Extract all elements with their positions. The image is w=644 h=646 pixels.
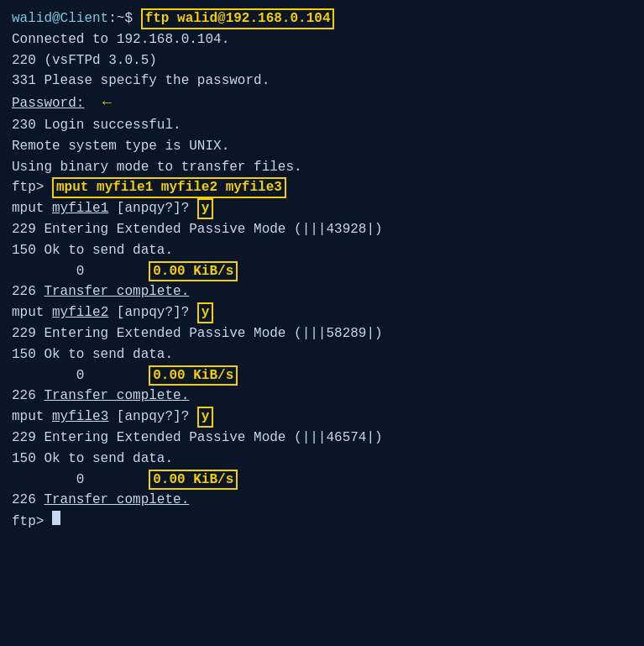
mput3-prompt-text: [anpqy?]? bbox=[108, 407, 197, 428]
mput3-confirm-line: mput myfile3 [anpqy?]? y bbox=[12, 407, 632, 428]
transfer-complete-2-line: 226 Transfer complete. bbox=[12, 386, 632, 407]
password-space bbox=[89, 93, 97, 114]
final-prompt-line: ftp> bbox=[12, 511, 632, 533]
ftp-command-box: ftp walid@192.168.0.104 bbox=[141, 8, 335, 29]
connected-line: Connected to 192.168.0.104. bbox=[12, 29, 632, 50]
mput2-prompt-text: [anpqy?]? bbox=[108, 302, 197, 323]
ok-send-1-text: 150 Ok to send data. bbox=[12, 240, 173, 261]
transfer-complete-2-text: Transfer complete. bbox=[44, 386, 189, 407]
transfer-stats-3-indent: 0 bbox=[12, 470, 149, 491]
mput3-answer-box: y bbox=[197, 407, 214, 428]
ok-send-3-text: 150 Ok to send data. bbox=[12, 449, 173, 470]
mput2-answer-box: y bbox=[197, 302, 214, 323]
mput2-confirm-line: mput myfile2 [anpqy?]? y bbox=[12, 302, 632, 323]
login-success-text: 230 Login successful. bbox=[12, 115, 181, 136]
final-ftp-prompt: ftp> bbox=[12, 512, 52, 533]
transfer-complete-1-226: 226 bbox=[12, 281, 44, 302]
transfer-complete-2-226: 226 bbox=[12, 386, 44, 407]
mput1-filename: myfile1 bbox=[52, 198, 108, 219]
transfer-speed-2-box: 0.00 KiB/s bbox=[149, 365, 238, 386]
remote-type-line: Remote system type is UNIX. bbox=[12, 136, 632, 157]
ok-send-3-line: 150 Ok to send data. bbox=[12, 449, 632, 470]
mput2-text: mput bbox=[12, 302, 52, 323]
ok-send-2-line: 150 Ok to send data. bbox=[12, 344, 632, 365]
password-label: Password: bbox=[12, 93, 84, 114]
transfer-stats-3-line: 0 0.00 KiB/s bbox=[12, 470, 632, 491]
specify-password-text: 331 Please specify the password. bbox=[12, 71, 270, 92]
mput3-filename: myfile3 bbox=[52, 407, 108, 428]
ok-send-1-line: 150 Ok to send data. bbox=[12, 240, 632, 261]
transfer-complete-1-line: 226 Transfer complete. bbox=[12, 281, 632, 302]
mput3-text: mput bbox=[12, 407, 52, 428]
mput2-filename: myfile2 bbox=[52, 302, 108, 323]
cursor bbox=[52, 511, 60, 525]
prompt-user: walid@Client bbox=[12, 8, 108, 29]
passive-mode-3-line: 229 Entering Extended Passive Mode (|||4… bbox=[12, 428, 632, 449]
prompt-dollar: $ bbox=[124, 8, 140, 29]
passive-mode-1-text: 229 Entering Extended Passive Mode (|||4… bbox=[12, 219, 383, 240]
passive-mode-2-text: 229 Entering Extended Passive Mode (|||5… bbox=[12, 323, 383, 344]
password-line: Password: ← bbox=[12, 92, 632, 115]
passive-mode-2-line: 229 Entering Extended Passive Mode (|||5… bbox=[12, 323, 632, 344]
transfer-stats-2-indent: 0 bbox=[12, 365, 149, 386]
vsftpd-line: 220 (vsFTPd 3.0.5) bbox=[12, 50, 632, 71]
transfer-complete-3-line: 226 Transfer complete. bbox=[12, 490, 632, 511]
transfer-stats-1-line: 0 0.00 KiB/s bbox=[12, 261, 632, 282]
transfer-speed-3-box: 0.00 KiB/s bbox=[149, 470, 238, 491]
binary-mode-line: Using binary mode to transfer files. bbox=[12, 157, 632, 178]
transfer-complete-3-226: 226 bbox=[12, 490, 44, 511]
ftp-prompt-1: ftp> bbox=[12, 177, 52, 198]
mput1-text: mput bbox=[12, 198, 52, 219]
terminal-window: walid@Client:~$ ftp walid@192.168.0.104 … bbox=[12, 8, 632, 638]
transfer-stats-1-indent: 0 bbox=[12, 261, 149, 282]
prompt-colon: : bbox=[108, 8, 117, 29]
password-arrow: ← bbox=[102, 92, 112, 115]
passive-mode-3-text: 229 Entering Extended Passive Mode (|||4… bbox=[12, 428, 383, 449]
ok-send-2-text: 150 Ok to send data. bbox=[12, 344, 173, 365]
mput-command-line: ftp> mput myfile1 myfile2 myfile3 bbox=[12, 177, 632, 198]
prompt-line: walid@Client:~$ ftp walid@192.168.0.104 bbox=[12, 8, 632, 29]
mput-command-box: mput myfile1 myfile2 myfile3 bbox=[52, 177, 286, 198]
binary-mode-text: Using binary mode to transfer files. bbox=[12, 157, 302, 178]
specify-password-line: 331 Please specify the password. bbox=[12, 71, 632, 92]
remote-type-text: Remote system type is UNIX. bbox=[12, 136, 229, 157]
transfer-speed-1-box: 0.00 KiB/s bbox=[149, 261, 238, 282]
passive-mode-1-line: 229 Entering Extended Passive Mode (|||4… bbox=[12, 219, 632, 240]
login-success-line: 230 Login successful. bbox=[12, 115, 632, 136]
mput1-answer-box: y bbox=[197, 198, 214, 219]
transfer-complete-3-text: Transfer complete. bbox=[44, 490, 189, 511]
transfer-stats-2-line: 0 0.00 KiB/s bbox=[12, 365, 632, 386]
connected-text: Connected to 192.168.0.104. bbox=[12, 29, 229, 50]
prompt-tilde: ~ bbox=[117, 8, 125, 29]
vsftpd-text: 220 (vsFTPd 3.0.5) bbox=[12, 50, 157, 71]
transfer-complete-1-text: Transfer complete. bbox=[44, 281, 189, 302]
mput1-prompt-text: [anpqy?]? bbox=[108, 198, 197, 219]
mput1-confirm-line: mput myfile1 [anpqy?]? y bbox=[12, 198, 632, 219]
